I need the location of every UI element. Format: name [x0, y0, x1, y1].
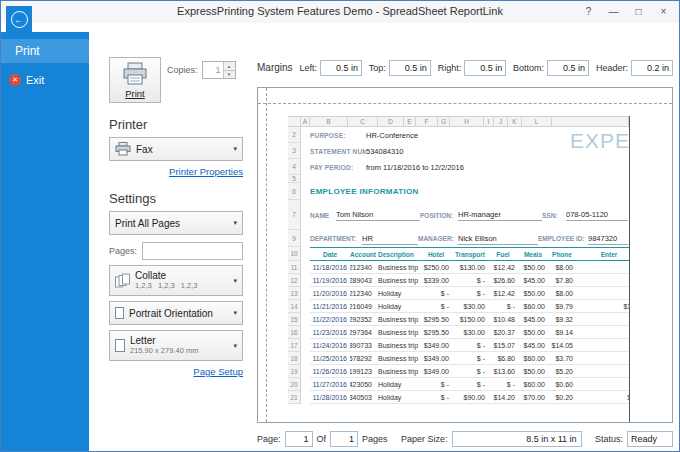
table-cell: 216049 [350, 300, 376, 313]
table-cell: $14.20 [488, 391, 518, 404]
margin-top-label: Top: [369, 63, 386, 73]
status-value: Ready [627, 431, 673, 447]
page-setup-link[interactable]: Page Setup [109, 366, 243, 377]
close-button[interactable]: × [651, 2, 676, 21]
page-group: Page: 1 Of 1 Pages [257, 431, 388, 447]
page-count-input[interactable]: 1 [330, 431, 358, 447]
paper-size-select[interactable]: Letter 215.90 x 279.40 mm ▾ [109, 330, 243, 361]
margin-header-input[interactable]: 0.2 in [631, 60, 673, 76]
table-cell: $295.50 [420, 326, 452, 339]
orientation-label: Portrait Orientation [129, 308, 213, 319]
print-button[interactable]: Print [109, 57, 161, 103]
printer-small-icon [115, 142, 131, 156]
table-cell: $349.00 [420, 365, 452, 378]
copies-decrement-button[interactable]: ▾ [224, 70, 235, 79]
table-cell: $90.00 [452, 391, 488, 404]
table-cell: $30.00 [452, 326, 488, 339]
paper-size-value: 8.5 in x 11 in [452, 431, 582, 447]
section-title-row: 6 EMPLOYEE INFORMATION [288, 183, 629, 200]
table-cell: $12.42 [488, 287, 518, 300]
sidebar-item-exit[interactable]: × Exit [1, 69, 89, 91]
table-cell: Business trip [376, 261, 420, 274]
column-letter: C [348, 116, 378, 127]
print-preview-area[interactable]: EXPEN ABCDEFGHIJKL 2 PURPOSE: HR-Confere… [257, 87, 673, 423]
column-letter: E [404, 116, 416, 127]
employee-id-label: EMPLOYEE ID: [538, 235, 588, 242]
row-number: 19 [288, 365, 301, 378]
table-row: 1911/26/2016199123Business trip$349.00$ … [288, 365, 629, 378]
print-row: Print Copies: 1 ▴ ▾ [109, 57, 243, 103]
row-number: 7 [288, 200, 301, 230]
chevron-down-icon: ▾ [233, 145, 237, 153]
spacer-row: 5 [288, 175, 629, 183]
maximize-button[interactable]: □ [626, 2, 651, 21]
table-row: 2011/27/2016423050Holiday$ -$ -$ -$60.00… [288, 378, 629, 391]
table-cell: Holiday [376, 378, 420, 391]
table-cell: $26.60 [488, 274, 518, 287]
table-cell: $5.20 [548, 365, 576, 378]
gap-cell [301, 326, 310, 339]
row-number: 15 [288, 313, 301, 326]
left-margin-guide[interactable] [266, 88, 267, 422]
table-cell: $13.60 [488, 365, 518, 378]
margin-top-field: Top: 0.5 in [369, 60, 431, 76]
help-button[interactable]: ? [576, 2, 601, 21]
margin-top-input[interactable]: 0.5 in [389, 60, 431, 76]
table-cell: $60.00 [518, 352, 548, 365]
table-cell: Business trip [376, 274, 420, 287]
row-number: 14 [288, 300, 301, 313]
table-cell: $50.00 [518, 326, 548, 339]
sidebar-item-print[interactable]: Print [1, 39, 89, 63]
gap-cell [301, 352, 310, 365]
header-margin-guide[interactable] [258, 103, 672, 104]
column-letter: D [378, 116, 404, 127]
row-number: 18 [288, 352, 301, 365]
exit-nav-label: Exit [26, 74, 44, 86]
table-cell: $15.07 [488, 339, 518, 352]
position-label: POSITION: [420, 212, 458, 219]
margin-right-input[interactable]: 0.5 in [464, 60, 506, 76]
minimize-button[interactable]: — [601, 2, 626, 21]
table-cell: $60.00 [518, 378, 548, 391]
table-cell: $45.00 [518, 274, 548, 287]
printer-properties-link[interactable]: Printer Properties [109, 166, 243, 177]
table-cell: $9.79 [548, 300, 576, 313]
table-cell: Holiday [376, 287, 420, 300]
table-row: 1211/19/2016289043Business trip$339.00$ … [288, 274, 629, 287]
chevron-down-icon: ▾ [233, 277, 237, 285]
table-row: 1111/18/2016212340Business trip$250.00$1… [288, 261, 629, 274]
margin-right-label: Right: [438, 63, 462, 73]
column-letter: J [494, 116, 508, 127]
collate-select[interactable]: Collate 1,2,3 1,2,3 1,2,3 ▾ [109, 265, 243, 296]
table-cell: $ - [420, 300, 452, 313]
page-input[interactable]: 1 [285, 431, 313, 447]
table-cell: $50.00 [518, 261, 548, 274]
margin-header-label: Header: [596, 63, 628, 73]
column-letter: H [450, 116, 484, 127]
orientation-select[interactable]: Portrait Orientation ▾ [109, 301, 243, 325]
margin-right-field: Right: 0.5 in [438, 60, 507, 76]
column-letter: A [301, 116, 310, 127]
margin-left-input[interactable]: 0.5 in [320, 60, 362, 76]
margin-bottom-input[interactable]: 0.5 in [547, 60, 589, 76]
purpose-label: PURPOSE: [310, 132, 366, 139]
print-range-select[interactable]: Print All Pages ▾ [109, 211, 243, 235]
gap-cell [301, 247, 310, 261]
table-cell: $40 [576, 391, 630, 404]
row-number: 4 [288, 159, 301, 175]
margins-row: Margins Left: 0.5 in Top: 0.5 in Right: … [257, 59, 673, 76]
settings-heading: Settings [109, 191, 243, 206]
column-letter: K [508, 116, 522, 127]
table-cell: $ - [576, 352, 630, 365]
printer-select[interactable]: Fax ▾ [109, 137, 243, 161]
table-cell: $ - [576, 274, 630, 287]
table-cell: $ - [452, 287, 488, 300]
back-button[interactable]: ← [6, 6, 32, 32]
table-cell: 297364 [350, 326, 376, 339]
printer-icon [122, 62, 148, 86]
pages-input[interactable] [142, 242, 243, 260]
copies-increment-button[interactable]: ▴ [224, 62, 235, 70]
copies-stepper[interactable]: 1 ▴ ▾ [202, 61, 236, 79]
column-letter: G [438, 116, 450, 127]
column-letter-filler [552, 116, 629, 127]
